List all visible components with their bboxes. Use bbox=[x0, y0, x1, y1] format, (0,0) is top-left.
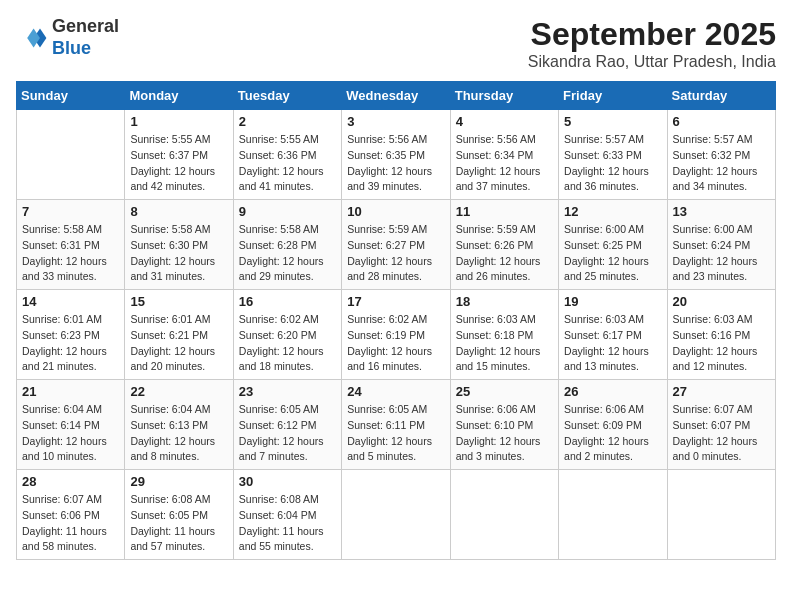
calendar-cell: 8Sunrise: 5:58 AM Sunset: 6:30 PM Daylig… bbox=[125, 200, 233, 290]
calendar-cell: 12Sunrise: 6:00 AM Sunset: 6:25 PM Dayli… bbox=[559, 200, 667, 290]
calendar-cell: 17Sunrise: 6:02 AM Sunset: 6:19 PM Dayli… bbox=[342, 290, 450, 380]
logo: General Blue bbox=[16, 16, 119, 59]
day-number: 1 bbox=[130, 114, 227, 129]
month-title: September 2025 bbox=[528, 16, 776, 53]
day-info: Sunrise: 6:04 AM Sunset: 6:13 PM Dayligh… bbox=[130, 402, 227, 465]
calendar-cell: 30Sunrise: 6:08 AM Sunset: 6:04 PM Dayli… bbox=[233, 470, 341, 560]
calendar-week-3: 14Sunrise: 6:01 AM Sunset: 6:23 PM Dayli… bbox=[17, 290, 776, 380]
day-info: Sunrise: 5:59 AM Sunset: 6:27 PM Dayligh… bbox=[347, 222, 444, 285]
day-number: 7 bbox=[22, 204, 119, 219]
day-number: 17 bbox=[347, 294, 444, 309]
calendar-header-wednesday: Wednesday bbox=[342, 82, 450, 110]
day-info: Sunrise: 5:56 AM Sunset: 6:35 PM Dayligh… bbox=[347, 132, 444, 195]
calendar-cell bbox=[342, 470, 450, 560]
day-info: Sunrise: 6:08 AM Sunset: 6:05 PM Dayligh… bbox=[130, 492, 227, 555]
title-block: September 2025 Sikandra Rao, Uttar Prade… bbox=[528, 16, 776, 71]
day-info: Sunrise: 6:02 AM Sunset: 6:20 PM Dayligh… bbox=[239, 312, 336, 375]
calendar-cell: 22Sunrise: 6:04 AM Sunset: 6:13 PM Dayli… bbox=[125, 380, 233, 470]
day-info: Sunrise: 5:58 AM Sunset: 6:28 PM Dayligh… bbox=[239, 222, 336, 285]
day-info: Sunrise: 6:08 AM Sunset: 6:04 PM Dayligh… bbox=[239, 492, 336, 555]
day-number: 13 bbox=[673, 204, 770, 219]
day-number: 2 bbox=[239, 114, 336, 129]
calendar-cell: 1Sunrise: 5:55 AM Sunset: 6:37 PM Daylig… bbox=[125, 110, 233, 200]
day-info: Sunrise: 6:06 AM Sunset: 6:10 PM Dayligh… bbox=[456, 402, 553, 465]
day-number: 10 bbox=[347, 204, 444, 219]
calendar-header-saturday: Saturday bbox=[667, 82, 775, 110]
day-number: 18 bbox=[456, 294, 553, 309]
day-number: 20 bbox=[673, 294, 770, 309]
calendar-cell: 16Sunrise: 6:02 AM Sunset: 6:20 PM Dayli… bbox=[233, 290, 341, 380]
day-number: 19 bbox=[564, 294, 661, 309]
day-info: Sunrise: 6:01 AM Sunset: 6:23 PM Dayligh… bbox=[22, 312, 119, 375]
location-title: Sikandra Rao, Uttar Pradesh, India bbox=[528, 53, 776, 71]
calendar-cell: 4Sunrise: 5:56 AM Sunset: 6:34 PM Daylig… bbox=[450, 110, 558, 200]
day-info: Sunrise: 5:55 AM Sunset: 6:36 PM Dayligh… bbox=[239, 132, 336, 195]
calendar-cell bbox=[450, 470, 558, 560]
calendar-header-row: SundayMondayTuesdayWednesdayThursdayFrid… bbox=[17, 82, 776, 110]
calendar-week-2: 7Sunrise: 5:58 AM Sunset: 6:31 PM Daylig… bbox=[17, 200, 776, 290]
day-info: Sunrise: 6:07 AM Sunset: 6:06 PM Dayligh… bbox=[22, 492, 119, 555]
calendar-cell: 18Sunrise: 6:03 AM Sunset: 6:18 PM Dayli… bbox=[450, 290, 558, 380]
day-info: Sunrise: 6:05 AM Sunset: 6:11 PM Dayligh… bbox=[347, 402, 444, 465]
calendar-cell: 26Sunrise: 6:06 AM Sunset: 6:09 PM Dayli… bbox=[559, 380, 667, 470]
calendar-header-tuesday: Tuesday bbox=[233, 82, 341, 110]
day-info: Sunrise: 5:58 AM Sunset: 6:30 PM Dayligh… bbox=[130, 222, 227, 285]
calendar-cell: 10Sunrise: 5:59 AM Sunset: 6:27 PM Dayli… bbox=[342, 200, 450, 290]
day-info: Sunrise: 6:02 AM Sunset: 6:19 PM Dayligh… bbox=[347, 312, 444, 375]
calendar-cell: 2Sunrise: 5:55 AM Sunset: 6:36 PM Daylig… bbox=[233, 110, 341, 200]
day-number: 23 bbox=[239, 384, 336, 399]
calendar-cell bbox=[17, 110, 125, 200]
day-number: 5 bbox=[564, 114, 661, 129]
day-info: Sunrise: 5:59 AM Sunset: 6:26 PM Dayligh… bbox=[456, 222, 553, 285]
day-number: 8 bbox=[130, 204, 227, 219]
logo-text: General Blue bbox=[52, 16, 119, 59]
day-info: Sunrise: 6:00 AM Sunset: 6:24 PM Dayligh… bbox=[673, 222, 770, 285]
calendar-cell: 21Sunrise: 6:04 AM Sunset: 6:14 PM Dayli… bbox=[17, 380, 125, 470]
day-number: 12 bbox=[564, 204, 661, 219]
calendar-week-5: 28Sunrise: 6:07 AM Sunset: 6:06 PM Dayli… bbox=[17, 470, 776, 560]
day-number: 15 bbox=[130, 294, 227, 309]
day-number: 4 bbox=[456, 114, 553, 129]
day-number: 26 bbox=[564, 384, 661, 399]
day-number: 14 bbox=[22, 294, 119, 309]
calendar-cell: 19Sunrise: 6:03 AM Sunset: 6:17 PM Dayli… bbox=[559, 290, 667, 380]
page-header: General Blue September 2025 Sikandra Rao… bbox=[16, 16, 776, 71]
day-number: 9 bbox=[239, 204, 336, 219]
calendar-header-monday: Monday bbox=[125, 82, 233, 110]
day-info: Sunrise: 5:58 AM Sunset: 6:31 PM Dayligh… bbox=[22, 222, 119, 285]
day-number: 3 bbox=[347, 114, 444, 129]
day-info: Sunrise: 6:00 AM Sunset: 6:25 PM Dayligh… bbox=[564, 222, 661, 285]
calendar-header-friday: Friday bbox=[559, 82, 667, 110]
day-info: Sunrise: 6:05 AM Sunset: 6:12 PM Dayligh… bbox=[239, 402, 336, 465]
day-info: Sunrise: 6:03 AM Sunset: 6:16 PM Dayligh… bbox=[673, 312, 770, 375]
day-number: 29 bbox=[130, 474, 227, 489]
day-number: 22 bbox=[130, 384, 227, 399]
day-number: 24 bbox=[347, 384, 444, 399]
logo-icon bbox=[16, 22, 48, 54]
day-info: Sunrise: 5:56 AM Sunset: 6:34 PM Dayligh… bbox=[456, 132, 553, 195]
calendar-cell: 25Sunrise: 6:06 AM Sunset: 6:10 PM Dayli… bbox=[450, 380, 558, 470]
calendar-cell: 29Sunrise: 6:08 AM Sunset: 6:05 PM Dayli… bbox=[125, 470, 233, 560]
day-info: Sunrise: 5:55 AM Sunset: 6:37 PM Dayligh… bbox=[130, 132, 227, 195]
calendar-table: SundayMondayTuesdayWednesdayThursdayFrid… bbox=[16, 81, 776, 560]
day-number: 25 bbox=[456, 384, 553, 399]
day-number: 11 bbox=[456, 204, 553, 219]
day-number: 28 bbox=[22, 474, 119, 489]
day-number: 6 bbox=[673, 114, 770, 129]
day-info: Sunrise: 6:04 AM Sunset: 6:14 PM Dayligh… bbox=[22, 402, 119, 465]
day-number: 16 bbox=[239, 294, 336, 309]
day-info: Sunrise: 6:07 AM Sunset: 6:07 PM Dayligh… bbox=[673, 402, 770, 465]
day-info: Sunrise: 6:03 AM Sunset: 6:17 PM Dayligh… bbox=[564, 312, 661, 375]
day-info: Sunrise: 5:57 AM Sunset: 6:33 PM Dayligh… bbox=[564, 132, 661, 195]
day-number: 30 bbox=[239, 474, 336, 489]
day-info: Sunrise: 6:06 AM Sunset: 6:09 PM Dayligh… bbox=[564, 402, 661, 465]
calendar-cell bbox=[559, 470, 667, 560]
day-number: 27 bbox=[673, 384, 770, 399]
calendar-cell: 23Sunrise: 6:05 AM Sunset: 6:12 PM Dayli… bbox=[233, 380, 341, 470]
calendar-cell: 15Sunrise: 6:01 AM Sunset: 6:21 PM Dayli… bbox=[125, 290, 233, 380]
calendar-cell: 14Sunrise: 6:01 AM Sunset: 6:23 PM Dayli… bbox=[17, 290, 125, 380]
calendar-week-1: 1Sunrise: 5:55 AM Sunset: 6:37 PM Daylig… bbox=[17, 110, 776, 200]
day-info: Sunrise: 6:03 AM Sunset: 6:18 PM Dayligh… bbox=[456, 312, 553, 375]
calendar-cell: 28Sunrise: 6:07 AM Sunset: 6:06 PM Dayli… bbox=[17, 470, 125, 560]
calendar-cell: 6Sunrise: 5:57 AM Sunset: 6:32 PM Daylig… bbox=[667, 110, 775, 200]
